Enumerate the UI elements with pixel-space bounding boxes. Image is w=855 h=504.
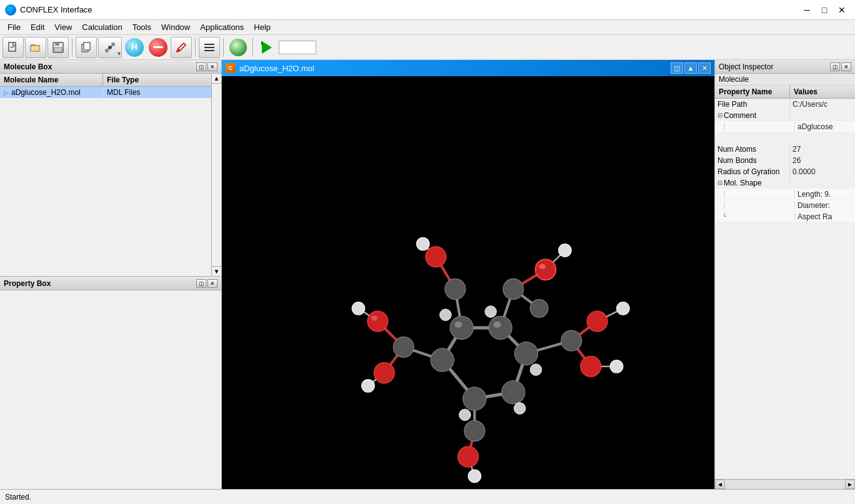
mol-cell-name: ▷ aDglucose_H2O.mol [0,87,103,98]
svg-point-10 [111,42,115,46]
menu-edit[interactable]: Edit [26,21,49,33]
menu-file[interactable]: File [2,21,26,33]
copy-button[interactable] [76,37,97,58]
toolbar-sep-2 [195,38,196,57]
scroll-left-arrow[interactable]: ◄ [715,480,725,489]
svg-point-78 [514,403,526,415]
oi-prop-molshape[interactable]: ⊟ Mol. Shape [715,178,790,188]
viewer-restore-btn[interactable]: ◫ [671,62,683,74]
svg-point-82 [371,315,378,320]
oi-col-values: Values [790,86,855,98]
mol-viewer-controls: ◫ ▲ ✕ [671,62,711,74]
molecule-box-title: Molecule Box [4,62,52,71]
menu-applications[interactable]: Applications [195,21,249,33]
viewer-close-btn[interactable]: ✕ [698,62,711,74]
obj-inspector-controls: ◫ ✕ [830,62,851,71]
svg-point-76 [485,306,497,318]
svg-point-80 [454,321,462,327]
oi-val-filepath: C:/Users/c [790,99,855,109]
oi-prop-numatoms: Num Atoms [715,144,790,154]
object-inspector-table-header: Property Name Values [715,86,855,99]
oi-prop-radgyration: Radius of Gyration [715,167,790,177]
list-button[interactable] [199,37,220,58]
play-button[interactable] [256,37,278,58]
list-item: ┊ Diameter: [715,200,855,211]
svg-point-65 [458,447,478,467]
tree-line-length: ┊ [722,190,726,197]
mol-viewer-title: C aDglucose_H2O.mol [226,63,314,73]
new-button[interactable] [2,37,24,58]
oi-prop-comment[interactable]: ⊟ Comment [715,111,790,121]
object-inspector-scrollbar: ◄ ► [715,479,855,489]
conflex-icon [5,4,16,16]
molecule-box-close[interactable]: ✕ [208,62,218,71]
scroll-down-arrow[interactable]: ▼ [212,266,221,276]
obj-inspector-close[interactable]: ✕ [841,62,851,71]
oi-val-numbonds: 26 [790,156,855,166]
open-button[interactable] [25,37,46,58]
toolbar-sep-3 [223,38,224,57]
minimize-button[interactable]: ─ [799,3,815,17]
oi-label-radgyration: Radius of Gyration [718,167,779,176]
menu-view[interactable]: View [49,21,77,33]
oi-col-property: Property Name [715,86,790,98]
collapse-icon[interactable]: ⊟ [718,112,722,119]
menu-window[interactable]: Window [156,21,195,33]
hydrogen-button[interactable]: H [123,36,146,59]
run-sphere [229,39,247,56]
list-item: ⊟ Comment [715,110,855,121]
menu-calculation[interactable]: Calculation [77,21,127,33]
property-box-restore[interactable]: ◫ [196,279,206,288]
svg-point-70 [559,244,572,257]
svg-point-9 [105,49,109,52]
menu-help[interactable]: Help [249,21,276,33]
close-button[interactable]: ✕ [834,3,850,17]
stop-sphere [149,38,168,57]
stop-button[interactable] [147,36,169,59]
run-button[interactable] [227,36,249,59]
oi-label-filepath: File Path [718,100,747,109]
maximize-button[interactable]: □ [816,3,832,17]
property-box-close[interactable]: ✕ [208,279,218,288]
svg-point-63 [587,311,608,332]
oi-prop-filepath: File Path [715,99,790,109]
toolbar: ▾ H [0,35,855,60]
svg-rect-8 [84,42,90,50]
svg-point-69 [416,237,429,250]
svg-point-73 [468,470,481,483]
property-box: Property Box ◫ ✕ [0,277,221,489]
list-item: Num Bonds 26 [715,155,855,166]
list-item: ⊟ Mol. Shape [715,177,855,189]
svg-rect-1 [11,47,14,47]
scroll-up-arrow[interactable]: ▲ [212,74,221,84]
molecule-table-body: ▷ aDglucose_H2O.mol MDL Files [0,87,211,98]
viewer-maximize-btn[interactable]: ▲ [684,62,697,74]
toolbar-input[interactable] [279,41,316,54]
svg-point-64 [581,356,601,377]
edit-mode-button[interactable] [171,37,192,58]
svg-point-59 [368,311,388,332]
molecule-box-restore[interactable]: ◫ [196,62,206,71]
scroll-right-arrow[interactable]: ► [845,480,855,489]
list-item: ┊ aDglucose [715,121,855,132]
title-bar: CONFLEX Interface ─ □ ✕ [0,0,855,20]
menu-tools[interactable]: Tools [128,21,156,33]
window-title: CONFLEX Interface [20,5,92,14]
mol-cell-type: MDL Files [103,87,211,98]
obj-inspector-restore[interactable]: ◫ [830,62,840,71]
svg-marker-17 [262,41,272,54]
mol-col-type: File Type [103,74,211,86]
svg-point-54 [445,279,466,299]
property-box-header: Property Box ◫ ✕ [0,277,221,290]
molecule-canvas[interactable] [222,76,714,489]
object-inspector-body: File Path C:/Users/c ⊟ Comment ┊ aDgluco… [715,99,855,479]
horizontal-scroll-track[interactable] [725,480,845,489]
collapse-molshape-icon[interactable]: ⊟ [718,179,722,186]
svg-point-75 [440,309,452,321]
table-row[interactable]: ▷ aDglucose_H2O.mol MDL Files [0,87,211,98]
svg-point-57 [464,421,485,442]
save-button[interactable] [48,37,69,58]
molecule-table-scrollbar[interactable]: ▲ ▼ [211,74,221,276]
oi-val-comment-child: aDglucose [795,122,855,132]
svg-point-56 [561,330,582,351]
